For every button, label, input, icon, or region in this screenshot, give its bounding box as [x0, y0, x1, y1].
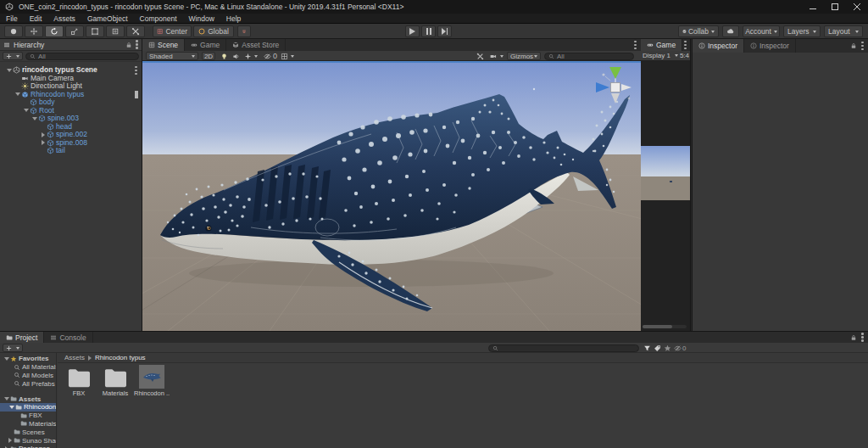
pause-button[interactable]	[421, 25, 436, 37]
2d-toggle-button[interactable]: 2D	[202, 52, 215, 60]
lock-icon[interactable]	[850, 42, 857, 49]
editor-tools-toggle[interactable]	[476, 52, 484, 60]
hand-tool-button[interactable]	[4, 25, 23, 37]
create-object-button[interactable]	[3, 52, 23, 60]
tab-project[interactable]: Project	[0, 332, 44, 343]
scene-options-icon[interactable]	[135, 66, 137, 75]
scene-lighting-toggle[interactable]	[220, 52, 228, 60]
scene-panel-menu-icon[interactable]	[634, 39, 637, 51]
gizmos-dropdown[interactable]: Gizmos	[507, 52, 541, 60]
aspect-dropdown[interactable]: 5:4	[680, 52, 689, 59]
display-dropdown[interactable]: Display 1	[643, 52, 670, 59]
tab-scene[interactable]: Scene	[142, 39, 185, 51]
sidebar-item-sunao-shad[interactable]: Sunao Shad	[0, 436, 56, 445]
menu-edit[interactable]: Edit	[24, 14, 48, 24]
hierarchy-row[interactable]: Main Camera	[0, 75, 142, 83]
asset-tile-rhincodon[interactable]: Rhincodon ...	[134, 365, 170, 397]
scene-search-input[interactable]: All	[544, 53, 634, 60]
sidebar-item-scenes[interactable]: Scenes	[0, 428, 56, 436]
scene-visibility-toggle[interactable]: 0	[264, 52, 277, 60]
menu-gameobject[interactable]: GameObject	[81, 14, 134, 24]
hierarchy-row[interactable]: tail	[0, 147, 142, 155]
rect-tool-button[interactable]	[86, 25, 104, 37]
prefab-open-arrow-icon[interactable]	[135, 91, 138, 99]
folder-icon	[66, 367, 92, 389]
search-by-label-button[interactable]	[654, 344, 661, 352]
play-button[interactable]	[405, 25, 420, 37]
grid-snap-button[interactable]	[237, 25, 251, 37]
tab-console[interactable]: Console	[44, 332, 92, 343]
pivot-toggle-button[interactable]: Center	[153, 25, 192, 37]
sidebar-item-favorites[interactable]: Favorites	[0, 355, 56, 363]
hierarchy-row[interactable]: spine.002	[0, 131, 142, 139]
game-panel-menu-icon[interactable]	[684, 39, 687, 51]
menu-window[interactable]: Window	[183, 14, 220, 24]
search-by-type-button[interactable]	[643, 344, 651, 352]
asset-tile-materials[interactable]: Materials	[97, 367, 133, 397]
menu-file[interactable]: File	[0, 14, 24, 24]
tab-asset-store[interactable]: Asset Store	[226, 39, 286, 51]
hierarchy-search-input[interactable]: All	[25, 53, 139, 60]
create-asset-button[interactable]	[3, 344, 23, 352]
scene-grid-dropdown[interactable]	[281, 52, 294, 60]
layers-button[interactable]: Layers	[783, 25, 821, 37]
collab-button[interactable]: Collab	[678, 25, 719, 37]
tab-inspector-1[interactable]: Inspector	[693, 39, 744, 53]
hierarchy-row[interactable]: Directional Light	[0, 82, 142, 91]
maximize-button[interactable]	[824, 0, 846, 14]
hierarchy-tab[interactable]: Hierarchy	[0, 39, 142, 51]
layout-button[interactable]: Layout	[824, 25, 863, 37]
move-tool-button[interactable]	[25, 25, 43, 37]
step-button[interactable]	[437, 25, 452, 37]
custom-tool-button[interactable]	[126, 25, 145, 37]
hierarchy-row[interactable]: Root	[0, 107, 142, 115]
account-button[interactable]: Account	[743, 25, 780, 37]
hierarchy-row-scene[interactable]: rincodon typus Scene	[0, 66, 142, 75]
gizmo-center-cube[interactable]	[611, 83, 620, 92]
game-horizontal-scrollbar[interactable]	[643, 325, 687, 328]
scale-tool-button[interactable]	[65, 25, 84, 37]
hidden-packages-toggle[interactable]: 0	[674, 344, 686, 352]
sidebar-item-all-models[interactable]: All Models	[0, 372, 56, 380]
hierarchy-panel: Hierarchy All rincodon typus Scene Main …	[0, 39, 142, 331]
sidebar-item-materials[interactable]: Materials	[0, 420, 56, 428]
project-menu-icon[interactable]	[861, 332, 864, 344]
breadcrumb-current[interactable]: Rhincodon typus	[95, 354, 146, 361]
hierarchy-menu-icon[interactable]	[136, 39, 138, 51]
lock-icon[interactable]	[125, 42, 132, 48]
scene-effects-dropdown[interactable]	[244, 52, 258, 60]
space-toggle-button[interactable]: Global	[193, 25, 234, 37]
hierarchy-row[interactable]: spine.003	[0, 115, 142, 123]
sidebar-item-assets[interactable]: Assets	[0, 395, 56, 403]
cloud-services-button[interactable]	[722, 25, 739, 37]
scene-camera-dropdown[interactable]	[489, 52, 504, 60]
menu-component[interactable]: Component	[134, 14, 183, 24]
rotate-tool-button[interactable]	[45, 25, 64, 37]
sidebar-item-all-materials[interactable]: All Materials	[0, 363, 56, 372]
menu-assets[interactable]: Assets	[47, 14, 81, 24]
lock-icon[interactable]	[850, 334, 857, 341]
hierarchy-row[interactable]: spine.008	[0, 139, 142, 148]
project-search-input[interactable]	[488, 344, 639, 352]
tab-game[interactable]: Game	[185, 39, 226, 51]
asset-tile-fbx[interactable]: FBX	[61, 367, 97, 397]
shading-mode-dropdown[interactable]: Shaded	[146, 52, 198, 60]
transform-tool-button[interactable]	[106, 25, 125, 37]
tab-game-panel[interactable]: Game	[641, 39, 682, 51]
menu-help[interactable]: Help	[220, 14, 247, 24]
scene-viewport[interactable]	[142, 61, 641, 331]
hierarchy-row[interactable]: body	[0, 98, 142, 107]
breadcrumb-root[interactable]: Assets	[64, 354, 85, 361]
sidebar-item-all-prefabs[interactable]: All Prefabs	[0, 379, 56, 388]
inspector-menu-icon[interactable]	[861, 40, 864, 52]
sidebar-item-packages[interactable]: Packages	[0, 445, 56, 448]
tab-inspector-2[interactable]: Inspector	[744, 39, 796, 53]
hierarchy-row[interactable]: head	[0, 123, 142, 132]
scene-audio-toggle[interactable]	[232, 52, 240, 60]
save-search-button[interactable]	[664, 344, 671, 352]
minimize-button[interactable]	[802, 0, 824, 14]
close-button[interactable]	[846, 0, 868, 14]
sidebar-item-rhincodon-typus[interactable]: Rhincodon typus	[0, 403, 56, 412]
sidebar-item-fbx[interactable]: FBX	[0, 412, 56, 420]
hierarchy-row-prefab-root[interactable]: Rhincodon typus	[0, 91, 142, 99]
